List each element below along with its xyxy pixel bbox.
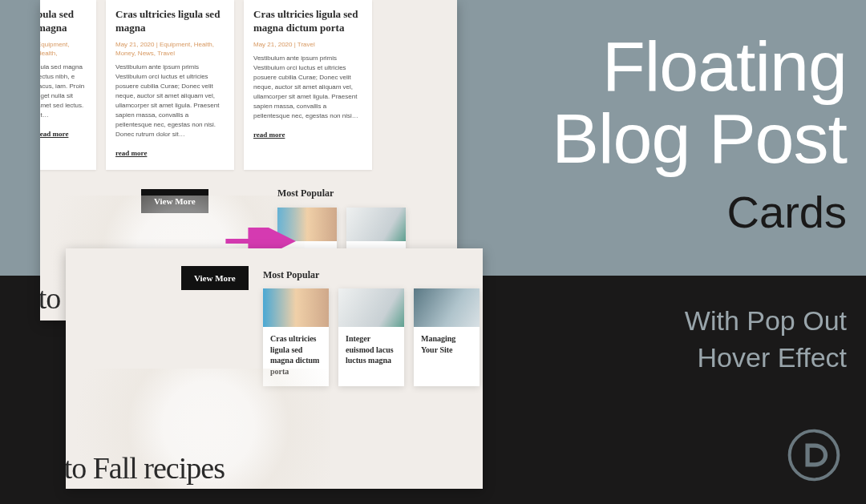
blog-card-excerpt: Vestibulum ante ipsum primis Vestibulum … (115, 62, 225, 139)
headline-cards: Cards (552, 186, 847, 238)
read-more-link[interactable]: read more (40, 130, 68, 138)
popular-card-title: Managing Your Site (414, 327, 480, 365)
blog-card[interactable]: Cras ultricies ligula sed magna dictum p… (244, 0, 372, 170)
blog-card-meta: May 21, 2020 | Travel (253, 40, 362, 49)
blog-card-meta: Equipment, Health, (40, 40, 87, 58)
popular-card[interactable]: Managing Your Site (414, 288, 480, 386)
blog-card-excerpt: bula sed magna lectus nibh, e lacus, iam… (40, 62, 87, 120)
popular-card-thumbnail (414, 288, 480, 327)
read-more-link[interactable]: read more (253, 131, 285, 139)
read-more-link[interactable]: read more (115, 149, 147, 157)
divi-logo-icon (787, 429, 840, 482)
popular-card-thumbnail (263, 288, 329, 327)
popular-card-thumbnail (338, 288, 404, 327)
subtitle-line-2: Hover Effect (685, 340, 847, 377)
most-popular-heading: Most Popular (263, 269, 319, 281)
view-more-button[interactable]: View More (181, 266, 249, 290)
popular-card-title: Integer euismod lacus luctus magna (338, 327, 404, 376)
fall-recipes-heading: -to Fall recipes (66, 450, 225, 486)
blog-card-excerpt: Vestibulum ante ipsum primis Vestibulum … (253, 54, 362, 121)
popular-card-thumbnail (346, 208, 406, 241)
blog-card-meta: May 21, 2020 | Equipment, Health, Money,… (115, 40, 225, 58)
blog-card-title: bula sed magna (40, 8, 87, 35)
blog-card[interactable]: bula sed magna Equipment, Health, bula s… (40, 0, 96, 170)
blog-card-row: bula sed magna Equipment, Health, bula s… (40, 0, 457, 170)
blog-card[interactable]: Cras ultricies ligula sed magna May 21, … (106, 0, 234, 170)
headline-block: Floating Blog Post Cards (552, 30, 847, 238)
subtitle-block: With Pop Out Hover Effect (685, 303, 847, 377)
blog-card-title: Cras ultricies ligula sed magna dictum p… (253, 8, 362, 35)
subtitle-line-1: With Pop Out (685, 303, 847, 340)
headline-line-1: Floating (552, 30, 847, 103)
popular-card[interactable]: Integer euismod lacus luctus magna (338, 288, 404, 386)
demo-screenshot-lower: View More Most Popular Cras ultricies li… (66, 248, 483, 489)
headline-line-2: Blog Post (552, 103, 847, 175)
blog-card-title: Cras ultricies ligula sed magna (115, 8, 225, 35)
svg-point-0 (790, 431, 839, 480)
